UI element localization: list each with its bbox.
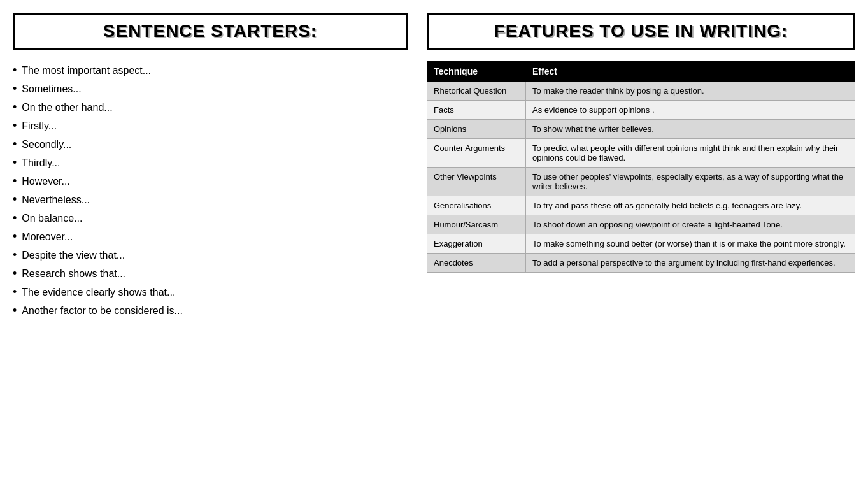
- sentence-item: Secondly...: [13, 135, 408, 154]
- effect-cell: To show what the writer believes.: [526, 120, 855, 139]
- technique-cell: Anecdotes: [427, 254, 526, 273]
- effect-cell: To add a personal perspective to the arg…: [526, 254, 855, 273]
- sentence-item: The evidence clearly shows that...: [13, 283, 408, 301]
- technique-cell: Opinions: [427, 120, 526, 139]
- sentence-starters-title: SENTENCE STARTERS:: [103, 21, 317, 41]
- table-row: Humour/SarcasmTo shoot down an opposing …: [427, 215, 855, 234]
- table-header-row: Technique Effect: [427, 62, 855, 82]
- right-panel: FEATURES TO USE IN WRITING: Technique Ef…: [427, 13, 855, 475]
- technique-cell: Other Viewpoints: [427, 168, 526, 196]
- table-row: GeneralisationsTo try and pass these off…: [427, 196, 855, 215]
- effect-cell: To predict what people with different op…: [526, 139, 855, 168]
- effect-cell: To make the reader think by posing a que…: [526, 82, 855, 101]
- sentence-item: Firstly...: [13, 117, 408, 135]
- technique-cell: Generalisations: [427, 196, 526, 215]
- technique-cell: Exaggeration: [427, 234, 526, 254]
- features-title: FEATURES TO USE IN WRITING:: [494, 21, 788, 41]
- sentence-item: On balance...: [13, 209, 408, 227]
- technique-header: Technique: [427, 62, 526, 82]
- table-row: Rhetorical QuestionTo make the reader th…: [427, 82, 855, 101]
- sentence-item: Nevertheless...: [13, 190, 408, 209]
- sentence-item: The most important aspect...: [13, 61, 408, 80]
- effect-cell: To use other peoples' viewpoints, especi…: [526, 168, 855, 196]
- sentence-item: Thirdly...: [13, 154, 408, 172]
- features-title-box: FEATURES TO USE IN WRITING:: [427, 13, 855, 50]
- sentence-starters-title-box: SENTENCE STARTERS:: [13, 13, 408, 50]
- sentence-list: The most important aspect...Sometimes...…: [13, 61, 408, 320]
- table-row: ExaggerationTo make something sound bett…: [427, 234, 855, 254]
- table-row: Other ViewpointsTo use other peoples' vi…: [427, 168, 855, 196]
- table-row: AnecdotesTo add a personal perspective t…: [427, 254, 855, 273]
- features-table-body: Rhetorical QuestionTo make the reader th…: [427, 82, 855, 273]
- technique-cell: Rhetorical Question: [427, 82, 526, 101]
- sentence-item: Sometimes...: [13, 80, 408, 98]
- left-panel: SENTENCE STARTERS: The most important as…: [13, 13, 408, 475]
- effect-cell: To try and pass these off as generally h…: [526, 196, 855, 215]
- effect-cell: To shoot down an opposing viewpoint or c…: [526, 215, 855, 234]
- table-row: OpinionsTo show what the writer believes…: [427, 120, 855, 139]
- sentence-item: Despite the view that...: [13, 246, 408, 264]
- sentence-item: On the other hand...: [13, 98, 408, 117]
- sentence-item: Research shows that...: [13, 264, 408, 283]
- effect-header: Effect: [526, 62, 855, 82]
- effect-cell: As evidence to support opinions .: [526, 101, 855, 120]
- features-table: Technique Effect Rhetorical QuestionTo m…: [427, 61, 855, 273]
- sentence-item: However...: [13, 172, 408, 190]
- table-row: Counter ArgumentsTo predict what people …: [427, 139, 855, 168]
- technique-cell: Humour/Sarcasm: [427, 215, 526, 234]
- effect-cell: To make something sound better (or worse…: [526, 234, 855, 254]
- table-row: FactsAs evidence to support opinions .: [427, 101, 855, 120]
- sentence-item: Another factor to be considered is...: [13, 301, 408, 320]
- technique-cell: Counter Arguments: [427, 139, 526, 168]
- technique-cell: Facts: [427, 101, 526, 120]
- sentence-item: Moreover...: [13, 227, 408, 246]
